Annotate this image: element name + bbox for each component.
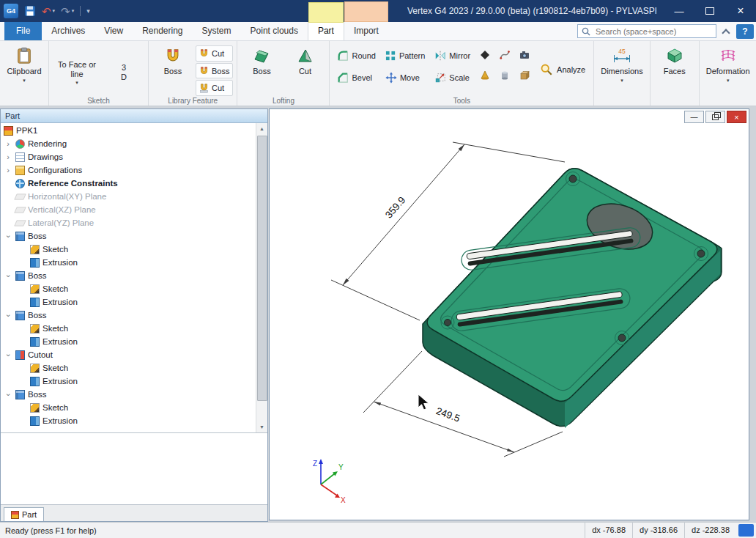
viewport-minimize-button[interactable]: —	[684, 111, 704, 123]
part-icon	[4, 126, 13, 136]
part-panel-tab[interactable]: Part	[4, 507, 44, 521]
help-button[interactable]: ?	[736, 24, 754, 39]
clipboard-icon	[15, 46, 33, 65]
camera-tool-button[interactable]	[516, 46, 533, 64]
drawings-icon	[15, 152, 25, 162]
tab-part[interactable]: Part	[308, 22, 344, 40]
to-face-button[interactable]: To Face or line ▾	[53, 43, 101, 96]
chevron-down-icon[interactable]: ›	[4, 232, 12, 240]
tree-item-sketch[interactable]: Sketch	[1, 361, 256, 375]
move-icon	[385, 72, 397, 84]
dimensions-group: 45 Dimensions ▾	[594, 41, 650, 106]
library-cut-button[interactable]: Cut	[196, 45, 233, 62]
cone-icon	[480, 70, 490, 81]
undo-button[interactable]: ↶ ▾	[42, 6, 55, 17]
library-cut-grid-button[interactable]: Cut	[196, 80, 233, 96]
redo-button[interactable]: ↷ ▾	[61, 6, 74, 17]
status-corner-button[interactable]	[738, 524, 754, 537]
dimensions-icon: 45	[612, 46, 631, 65]
scroll-up-button[interactable]: ▲	[256, 123, 267, 134]
tree-item-boss[interactable]: › Boss	[1, 309, 256, 322]
scrollbar-thumb[interactable]	[257, 136, 267, 401]
maximize-button[interactable]	[694, 0, 725, 22]
tree-item-extrusion[interactable]: Extrusion	[1, 414, 256, 427]
tree-scrollbar[interactable]: ▲ ▼	[256, 123, 267, 432]
tree-item-cutout[interactable]: › Cutout	[1, 348, 256, 361]
analyze-button[interactable]: Analyze	[536, 61, 590, 78]
tree-item-boss[interactable]: › Boss	[1, 388, 256, 401]
round-button[interactable]: Round	[333, 46, 379, 65]
clipboard-button[interactable]: Clipboard ▾	[4, 43, 45, 96]
tree-item-yz-plane[interactable]: › Lateral(YZ) Plane	[1, 216, 256, 229]
mirror-button[interactable]: Mirror	[431, 46, 474, 65]
ribbon-tab-bar: File Archives View Rendering System Poin…	[0, 22, 756, 41]
bevel-button[interactable]: Bevel	[333, 68, 379, 87]
tree-item-xz-plane[interactable]: › Vertical(XZ) Plane	[1, 203, 256, 216]
model-canvas[interactable]: 359.9 249.5 Z Y X	[270, 109, 749, 520]
library-boss-button[interactable]: Boss	[152, 43, 193, 96]
tree-item-root[interactable]: PPK1	[1, 124, 256, 137]
status-dx: dx -76.88	[585, 523, 632, 538]
tree-item-reference-constraints[interactable]: › Reference Constraints	[1, 177, 256, 190]
tree-item-extrusion[interactable]: Extrusion	[1, 335, 256, 348]
search-input[interactable]	[594, 26, 712, 37]
chevron-down-icon[interactable]: ›	[4, 311, 12, 320]
tree-item-sketch[interactable]: Sketch	[1, 322, 256, 335]
camera-icon	[519, 50, 530, 60]
cone-tool-button[interactable]	[476, 67, 494, 84]
tab-import-label: Import	[354, 26, 379, 36]
tab-view[interactable]: View	[94, 22, 133, 40]
tree-item-extrusion[interactable]: Extrusion	[1, 256, 256, 269]
tab-system[interactable]: System	[193, 22, 241, 40]
move-button[interactable]: Move	[382, 68, 429, 87]
plane-icon	[14, 194, 26, 199]
tree-item-boss[interactable]: › Boss	[1, 229, 256, 243]
chevron-right-icon[interactable]: ›	[4, 153, 12, 161]
tree-item-extrusion[interactable]: Extrusion	[1, 375, 256, 388]
tree-item-boss[interactable]: › Boss	[1, 269, 256, 282]
model-viewport[interactable]: — ×	[269, 108, 749, 520]
scroll-down-button[interactable]: ▼	[256, 421, 267, 432]
dimensions-button[interactable]: 45 Dimensions ▾	[598, 43, 645, 96]
tree-item-xy-plane[interactable]: › Horizontal(XY) Plane	[1, 190, 256, 203]
minimize-button[interactable]: —	[664, 0, 694, 22]
deformation-button[interactable]: Deformation ▾	[703, 43, 753, 96]
loft-boss-button[interactable]: Boss	[241, 43, 282, 96]
tab-file[interactable]: File	[4, 22, 42, 40]
pattern-button[interactable]: Pattern	[382, 46, 429, 65]
tab-archives[interactable]: Archives	[42, 22, 94, 40]
spline-tool-button[interactable]	[496, 46, 514, 64]
loft-cut-button[interactable]: Cut	[284, 43, 325, 96]
chevron-right-icon[interactable]: ›	[4, 166, 12, 174]
scale-button[interactable]: Scale	[431, 68, 474, 87]
chevron-down-icon[interactable]: ›	[4, 271, 12, 280]
sketch-3d-button[interactable]: 3 D	[103, 43, 144, 96]
chevron-down-icon[interactable]: ›	[4, 390, 12, 399]
tree-item-extrusion[interactable]: Extrusion	[1, 295, 256, 309]
box-tool-button[interactable]	[516, 67, 533, 84]
tree-item-drawings[interactable]: › Drawings	[1, 150, 256, 163]
ribbon-collapse-button[interactable]	[720, 26, 732, 37]
tree-item-sketch[interactable]: Sketch	[1, 401, 256, 414]
extrusion-icon	[30, 298, 40, 307]
tab-rendering[interactable]: Rendering	[133, 22, 192, 40]
tree-item-sketch[interactable]: Sketch	[1, 282, 256, 295]
tree-item-configurations[interactable]: › Configurations	[1, 163, 256, 177]
save-button[interactable]	[24, 5, 36, 17]
tree-item-sketch[interactable]: Sketch	[1, 243, 256, 256]
tree-item-rendering[interactable]: › Rendering	[1, 137, 256, 150]
faces-button[interactable]: Faces	[654, 43, 695, 96]
library-boss-small-button[interactable]: Boss	[196, 63, 233, 79]
viewport-close-button[interactable]: ×	[727, 111, 746, 123]
tab-import[interactable]: Import	[344, 22, 388, 40]
point-tool-button[interactable]	[476, 46, 494, 64]
quick-access-dropdown[interactable]: ▾	[86, 7, 90, 15]
analyze-icon	[540, 63, 553, 76]
chevron-down-icon[interactable]: ›	[4, 350, 12, 359]
loft-boss-icon	[253, 46, 270, 65]
cylinder-tool-button[interactable]	[496, 67, 514, 84]
chevron-right-icon[interactable]: ›	[4, 140, 12, 148]
close-button[interactable]: ×	[725, 0, 756, 22]
tab-point-clouds[interactable]: Point clouds	[241, 22, 308, 40]
viewport-restore-button[interactable]	[705, 111, 725, 123]
